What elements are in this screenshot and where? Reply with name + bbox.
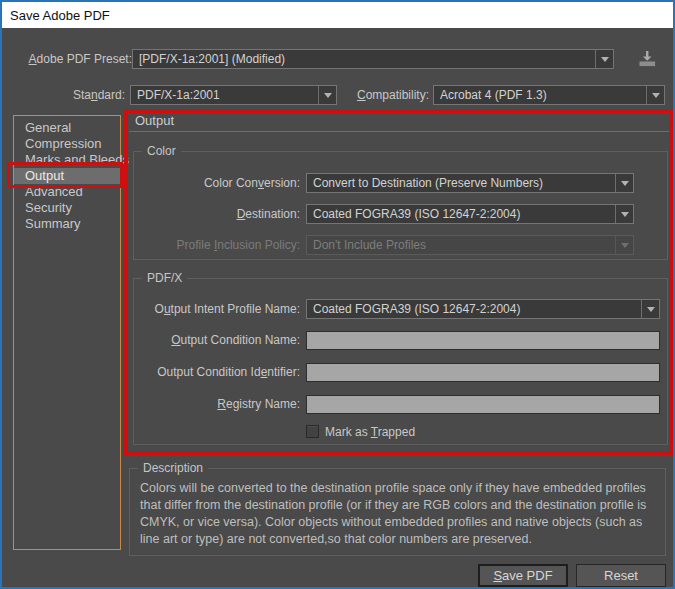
title-bar[interactable]: Save Adobe PDF: [2, 2, 673, 28]
chevron-down-icon[interactable]: [595, 50, 613, 68]
category-list: General Compression Marks and Bleeds Out…: [13, 115, 121, 550]
sidebar-item-marks-and-bleeds[interactable]: Marks and Bleeds: [14, 152, 120, 168]
destination-dropdown[interactable]: Coated FOGRA39 (ISO 12647-2:2004): [306, 204, 634, 224]
sidebar-item-output[interactable]: Output: [14, 168, 120, 184]
mark-as-trapped-checkbox[interactable]: [306, 425, 319, 438]
pdfx-group-legend: PDF/X: [142, 271, 187, 286]
profile-inclusion-policy-label: Profile Inclusion Policy:: [140, 235, 300, 255]
output-intent-profile-value: Coated FOGRA39 (ISO 12647-2:2004): [307, 300, 641, 318]
sidebar-item-compression[interactable]: Compression: [14, 136, 120, 152]
save-preset-button[interactable]: [634, 48, 660, 70]
save-pdf-button[interactable]: Save PDF: [478, 564, 568, 587]
compatibility-label: Compatibility:: [347, 85, 429, 105]
panel-title-divider: [129, 131, 669, 132]
reset-button[interactable]: Reset: [576, 564, 666, 587]
chevron-down-icon[interactable]: [641, 300, 659, 318]
color-group-legend: Color: [142, 144, 181, 159]
preset-value: [PDF/X-1a:2001] (Modified): [133, 50, 595, 68]
sidebar-item-security[interactable]: Security: [14, 200, 120, 216]
chevron-down-icon[interactable]: [318, 86, 336, 104]
preset-dropdown[interactable]: [PDF/X-1a:2001] (Modified): [132, 49, 614, 69]
output-condition-name-label: Output Condition Name:: [140, 331, 300, 350]
chevron-down-icon[interactable]: [615, 174, 633, 192]
output-intent-profile-dropdown[interactable]: Coated FOGRA39 (ISO 12647-2:2004): [306, 299, 660, 319]
chevron-down-icon: [615, 236, 633, 254]
destination-label: Destination:: [140, 204, 300, 224]
output-condition-identifier-input[interactable]: [306, 363, 660, 382]
registry-name-label: Registry Name:: [140, 395, 300, 414]
profile-inclusion-policy-dropdown: Don't Include Profiles: [306, 235, 634, 255]
standard-label: Standard:: [22, 85, 125, 105]
registry-name-input[interactable]: [306, 395, 660, 414]
output-condition-identifier-label: Output Condition Identifier:: [133, 363, 300, 382]
sidebar-item-summary[interactable]: Summary: [14, 216, 120, 232]
preset-label: Adobe PDF Preset:: [12, 49, 132, 69]
compatibility-dropdown[interactable]: Acrobat 4 (PDF 1.3): [433, 85, 665, 105]
color-conversion-dropdown[interactable]: Convert to Destination (Preserve Numbers…: [306, 173, 634, 193]
output-condition-name-input[interactable]: [306, 331, 660, 350]
chevron-down-icon[interactable]: [615, 205, 633, 223]
save-adobe-pdf-dialog: Save Adobe PDF Adobe PDF Preset: [PDF/X-…: [0, 0, 675, 589]
save-preset-icon: [636, 50, 658, 68]
compatibility-value: Acrobat 4 (PDF 1.3): [434, 86, 646, 104]
destination-value: Coated FOGRA39 (ISO 12647-2:2004): [307, 205, 615, 223]
color-conversion-label: Color Conversion:: [140, 173, 300, 193]
profile-inclusion-policy-value: Don't Include Profiles: [307, 236, 615, 254]
standard-dropdown[interactable]: PDF/X-1a:2001: [130, 85, 337, 105]
sidebar-item-general[interactable]: General: [14, 120, 120, 136]
description-legend: Description: [138, 461, 208, 476]
output-intent-profile-label: Output Intent Profile Name:: [133, 299, 300, 319]
chevron-down-icon[interactable]: [646, 86, 664, 104]
panel-title: Output: [135, 113, 174, 128]
sidebar-item-advanced[interactable]: Advanced: [14, 184, 120, 200]
standard-value: PDF/X-1a:2001: [131, 86, 318, 104]
window-title: Save Adobe PDF: [10, 8, 110, 23]
color-conversion-value: Convert to Destination (Preserve Numbers…: [307, 174, 615, 192]
description-text: Colors will be converted to the destinat…: [140, 480, 658, 548]
mark-as-trapped-label: Mark as Trapped: [325, 425, 415, 439]
